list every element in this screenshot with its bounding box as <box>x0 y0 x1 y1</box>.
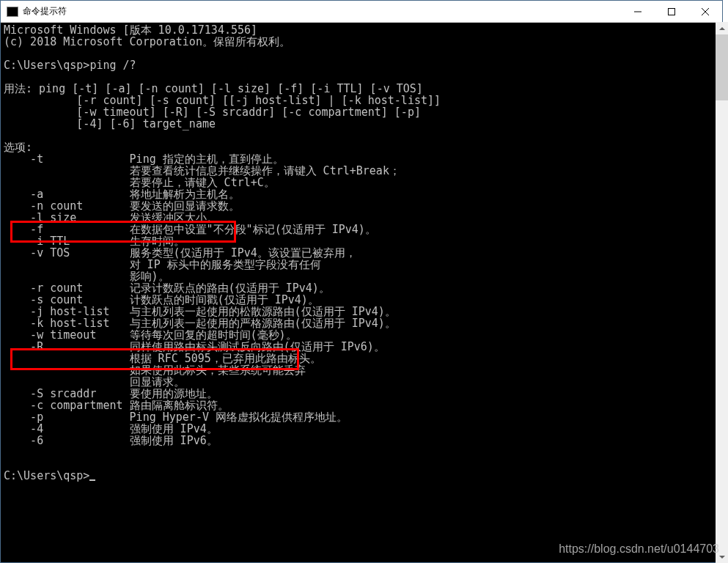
svg-rect-1 <box>669 8 675 15</box>
usage-line-4: [-4] [-6] target_name <box>4 117 216 130</box>
close-button[interactable] <box>688 1 722 22</box>
scrollbar-track[interactable] <box>716 34 728 551</box>
maximize-button[interactable] <box>655 1 688 22</box>
chevron-down-icon <box>719 556 725 559</box>
minimize-button[interactable] <box>621 1 655 22</box>
prompt-line-2: C:\Users\qsp> <box>4 469 89 482</box>
scrollbar-thumb[interactable] <box>716 34 728 100</box>
svg-marker-5 <box>719 556 725 559</box>
watermark-text: https://blog.csdn.net/u0144703 <box>559 542 719 556</box>
command-prompt-window: 命令提示符 Microsoft Windows [版本 10.0.17134.5… <box>0 0 723 563</box>
vertical-scrollbar[interactable] <box>716 22 728 563</box>
cursor <box>89 479 95 481</box>
titlebar-buttons <box>621 1 722 22</box>
terminal-output[interactable]: Microsoft Windows [版本 10.0.17134.556] (c… <box>1 23 722 562</box>
minimize-icon <box>634 8 641 15</box>
window-title: 命令提示符 <box>23 5 621 18</box>
titlebar[interactable]: 命令提示符 <box>1 1 722 23</box>
option-6: -6 强制使用 IPv6。 <box>4 434 218 447</box>
copyright-line: (c) 2018 Microsoft Corporation。保留所有权利。 <box>4 35 290 48</box>
chevron-up-icon <box>719 27 725 30</box>
close-icon <box>702 8 709 15</box>
scrollbar-up-arrow[interactable] <box>716 22 728 34</box>
prompt-line-1: C:\Users\qsp>ping /? <box>4 59 136 72</box>
cmd-icon <box>7 7 18 17</box>
maximize-icon <box>668 8 675 15</box>
svg-marker-4 <box>719 27 725 30</box>
